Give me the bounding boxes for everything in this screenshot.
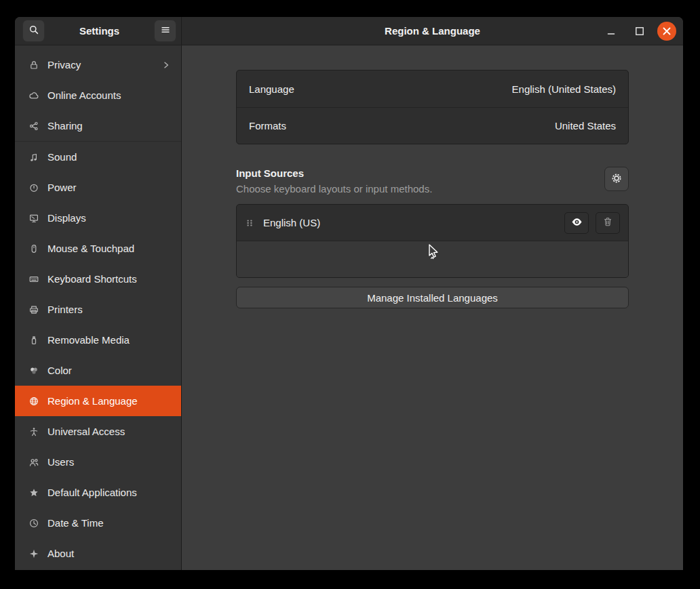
sparkle-icon [28, 548, 39, 559]
region-language-panel: Language English (United States) Formats… [182, 45, 683, 570]
settings-window: Settings Region & Language [15, 17, 683, 570]
users-icon [28, 457, 39, 468]
lock-icon [28, 60, 39, 70]
sidebar-item-power[interactable]: Power [15, 172, 181, 203]
sidebar-item-removable-media[interactable]: Removable Media [15, 325, 181, 355]
sidebar-item-color[interactable]: Color [15, 355, 181, 386]
sidebar-title: Settings [45, 25, 154, 37]
sidebar-item-label: About [47, 548, 172, 559]
sidebar-item-label: Sharing [47, 120, 172, 131]
accessibility-icon [28, 426, 39, 437]
eye-icon [571, 216, 583, 230]
minimize-icon [606, 26, 616, 36]
minimize-button[interactable] [606, 26, 616, 36]
formats-label: Formats [249, 120, 555, 131]
sidebar-item-date-time[interactable]: Date & Time [15, 508, 181, 538]
trash-icon [602, 216, 613, 229]
sidebar-item-label: Power [47, 182, 172, 193]
language-row[interactable]: Language English (United States) [237, 70, 628, 107]
sidebar-item-label: Online Accounts [47, 89, 172, 101]
keyboard-icon [28, 274, 39, 285]
sidebar-item-label: Users [47, 456, 172, 468]
drag-handle-icon[interactable] [245, 218, 254, 228]
language-value: English (United States) [512, 83, 616, 95]
sidebar-item-label: Sound [47, 151, 172, 163]
input-sources-empty-area [237, 241, 628, 277]
sidebar-item-label: Mouse & Touchpad [47, 243, 172, 254]
formats-value: United States [555, 120, 616, 131]
star-icon [28, 487, 39, 498]
sidebar: PrivacyOnline AccountsSharingSoundPowerD… [15, 45, 182, 570]
sidebar-headerbar: Settings [15, 17, 182, 45]
printer-icon [28, 304, 39, 315]
gear-icon [610, 172, 623, 186]
sidebar-item-label: Removable Media [47, 334, 172, 346]
sidebar-item-label: Default Applications [47, 487, 172, 498]
sidebar-item-printers[interactable]: Printers [15, 294, 181, 325]
sidebar-item-about[interactable]: About [15, 538, 181, 569]
cloud-icon [28, 90, 39, 101]
sidebar-item-users[interactable]: Users [15, 447, 181, 477]
search-icon [28, 24, 39, 38]
music-note-icon [28, 152, 39, 163]
sidebar-item-sound[interactable]: Sound [15, 142, 181, 172]
input-sources-list: English (US) [236, 204, 629, 278]
formats-row[interactable]: Formats United States [237, 107, 628, 144]
power-icon [28, 182, 39, 193]
usb-drive-icon [28, 335, 39, 346]
globe-icon [28, 396, 39, 407]
sidebar-item-online-accounts[interactable]: Online Accounts [15, 80, 181, 110]
sidebar-item-label: Universal Access [47, 426, 172, 437]
window-controls [606, 22, 676, 41]
sidebar-item-privacy[interactable]: Privacy [15, 49, 181, 80]
sidebar-item-label: Privacy [47, 59, 161, 70]
main-headerbar: Region & Language [182, 17, 683, 45]
input-sources-subtitle: Choose keyboard layouts or input methods… [236, 182, 604, 195]
clock-icon [28, 518, 39, 529]
sidebar-item-region-language[interactable]: Region & Language [15, 386, 181, 416]
sidebar-item-mouse-touchpad[interactable]: Mouse & Touchpad [15, 233, 181, 264]
desktop: Settings Region & Language [0, 0, 700, 589]
mouse-icon [28, 243, 39, 254]
manage-installed-languages-button[interactable]: Manage Installed Languages [236, 287, 629, 308]
sidebar-item-label: Date & Time [47, 517, 172, 529]
input-sources-title: Input Sources [236, 167, 604, 180]
input-sources-header: Input Sources Choose keyboard layouts or… [236, 167, 629, 195]
maximize-icon [635, 26, 644, 36]
display-icon [28, 213, 39, 224]
input-source-row[interactable]: English (US) [237, 205, 628, 241]
search-button[interactable] [22, 20, 45, 42]
sidebar-item-universal-access[interactable]: Universal Access [15, 416, 181, 447]
primary-menu-button[interactable] [154, 20, 176, 42]
sidebar-item-sharing[interactable]: Sharing [15, 110, 181, 141]
headerbar: Settings Region & Language [15, 17, 683, 45]
hamburger-menu-icon [160, 24, 171, 38]
preview-layout-button[interactable] [564, 212, 589, 234]
sidebar-item-label: Displays [47, 212, 172, 224]
sidebar-item-label: Color [47, 365, 172, 376]
sidebar-item-default-applications[interactable]: Default Applications [15, 477, 181, 508]
remove-source-button[interactable] [596, 212, 620, 234]
close-icon [663, 27, 671, 35]
color-icon [28, 365, 39, 376]
chevron-right-icon [161, 60, 172, 70]
sidebar-item-label: Keyboard Shortcuts [47, 273, 172, 285]
sidebar-item-label: Region & Language [47, 395, 172, 407]
sidebar-item-label: Printers [47, 304, 172, 315]
share-icon [28, 121, 39, 131]
close-button[interactable] [657, 22, 676, 41]
maximize-button[interactable] [635, 26, 644, 36]
locale-settings-group: Language English (United States) Formats… [236, 70, 629, 144]
input-sources-options-button[interactable] [604, 167, 629, 191]
sidebar-item-keyboard-shortcuts[interactable]: Keyboard Shortcuts [15, 264, 181, 294]
input-source-label: English (US) [263, 217, 564, 228]
sidebar-item-displays[interactable]: Displays [15, 203, 181, 233]
language-label: Language [249, 83, 512, 95]
